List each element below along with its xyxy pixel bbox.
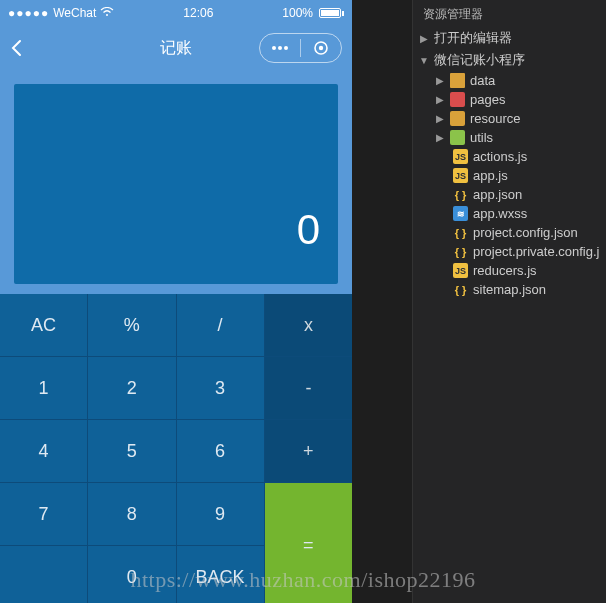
file-label: app.wxss — [473, 206, 527, 221]
calculator-keypad: AC % / x 1 2 3 - 4 5 6 + 7 8 9 = 0 BACK — [0, 294, 352, 603]
folder-data[interactable]: ▶ data — [413, 71, 606, 90]
project-root[interactable]: ▼ 微信记账小程序 — [413, 49, 606, 71]
battery-icon — [319, 8, 344, 18]
editor-gap — [352, 0, 412, 603]
carrier-label: WeChat — [53, 6, 96, 20]
json-file-icon: { } — [453, 282, 468, 297]
svg-point-5 — [319, 46, 323, 50]
project-label: 微信记账小程序 — [434, 51, 525, 69]
svg-point-3 — [284, 46, 288, 50]
key-4[interactable]: 4 — [0, 420, 87, 482]
chevron-right-icon: ▶ — [435, 75, 445, 86]
capsule-more-button[interactable] — [260, 34, 300, 62]
file-project-private-config[interactable]: { } project.private.config.j — [413, 242, 606, 261]
folder-label: data — [470, 73, 495, 88]
svg-point-1 — [272, 46, 276, 50]
folder-icon — [450, 92, 465, 107]
key-3[interactable]: 3 — [177, 357, 264, 419]
file-label: app.js — [473, 168, 508, 183]
key-2[interactable]: 2 — [88, 357, 175, 419]
folder-icon — [450, 130, 465, 145]
file-reducers-js[interactable]: JS reducers.js — [413, 261, 606, 280]
file-label: project.config.json — [473, 225, 578, 240]
status-left: ●●●●● WeChat — [8, 6, 114, 20]
capsule-close-button[interactable] — [301, 34, 341, 62]
chevron-right-icon: ▶ — [419, 33, 429, 44]
key-7[interactable]: 7 — [0, 483, 87, 545]
signal-icon: ●●●●● — [8, 6, 49, 20]
file-app-wxss[interactable]: ≋ app.wxss — [413, 204, 606, 223]
folder-label: resource — [470, 111, 521, 126]
page-title: 记账 — [160, 38, 192, 59]
key-8[interactable]: 8 — [88, 483, 175, 545]
key-percent[interactable]: % — [88, 294, 175, 356]
folder-pages[interactable]: ▶ pages — [413, 90, 606, 109]
status-bar: ●●●●● WeChat 12:06 100% — [0, 0, 352, 26]
chevron-right-icon: ▶ — [435, 132, 445, 143]
folder-label: utils — [470, 130, 493, 145]
key-ac[interactable]: AC — [0, 294, 87, 356]
explorer-header: 资源管理器 — [413, 2, 606, 27]
file-app-js[interactable]: JS app.js — [413, 166, 606, 185]
folder-icon — [450, 73, 465, 88]
key-9[interactable]: 9 — [177, 483, 264, 545]
wxss-file-icon: ≋ — [453, 206, 468, 221]
file-label: actions.js — [473, 149, 527, 164]
key-0[interactable]: 0 — [88, 546, 175, 603]
calculator-display: 0 — [14, 84, 338, 284]
js-file-icon: JS — [453, 168, 468, 183]
svg-point-2 — [278, 46, 282, 50]
svg-point-0 — [106, 14, 108, 16]
file-label: project.private.config.j — [473, 244, 599, 259]
file-label: sitemap.json — [473, 282, 546, 297]
capsule-menu — [259, 33, 342, 63]
file-label: app.json — [473, 187, 522, 202]
file-sitemap-json[interactable]: { } sitemap.json — [413, 280, 606, 299]
explorer-panel: 资源管理器 ▶ 打开的编辑器 ▼ 微信记账小程序 ▶ data ▶ pages … — [412, 0, 606, 603]
chevron-down-icon: ▼ — [419, 55, 429, 66]
status-right: 100% — [282, 6, 344, 20]
folder-label: pages — [470, 92, 505, 107]
calculator-display-area: 0 — [0, 70, 352, 294]
key-5[interactable]: 5 — [88, 420, 175, 482]
battery-pct: 100% — [282, 6, 313, 20]
json-file-icon: { } — [453, 187, 468, 202]
chevron-right-icon: ▶ — [435, 94, 445, 105]
file-project-config[interactable]: { } project.config.json — [413, 223, 606, 242]
file-label: reducers.js — [473, 263, 537, 278]
folder-icon — [450, 111, 465, 126]
key-divide[interactable]: / — [177, 294, 264, 356]
js-file-icon: JS — [453, 149, 468, 164]
back-button[interactable] — [10, 39, 22, 57]
folder-utils[interactable]: ▶ utils — [413, 128, 606, 147]
open-editors-label: 打开的编辑器 — [434, 29, 512, 47]
key-plus[interactable]: + — [265, 420, 352, 482]
key-6[interactable]: 6 — [177, 420, 264, 482]
json-file-icon: { } — [453, 244, 468, 259]
file-actions-js[interactable]: JS actions.js — [413, 147, 606, 166]
key-equals[interactable]: = — [265, 483, 352, 603]
nav-bar: 记账 — [0, 26, 352, 70]
json-file-icon: { } — [453, 225, 468, 240]
key-back[interactable]: BACK — [177, 546, 264, 603]
key-multiply[interactable]: x — [265, 294, 352, 356]
folder-resource[interactable]: ▶ resource — [413, 109, 606, 128]
chevron-right-icon: ▶ — [435, 113, 445, 124]
key-1[interactable]: 1 — [0, 357, 87, 419]
clock: 12:06 — [183, 6, 213, 20]
file-app-json[interactable]: { } app.json — [413, 185, 606, 204]
key-blank — [0, 546, 87, 603]
phone-simulator: ●●●●● WeChat 12:06 100% 记账 — [0, 0, 352, 600]
key-minus[interactable]: - — [265, 357, 352, 419]
wifi-icon — [100, 6, 114, 20]
js-file-icon: JS — [453, 263, 468, 278]
open-editors-section[interactable]: ▶ 打开的编辑器 — [413, 27, 606, 49]
